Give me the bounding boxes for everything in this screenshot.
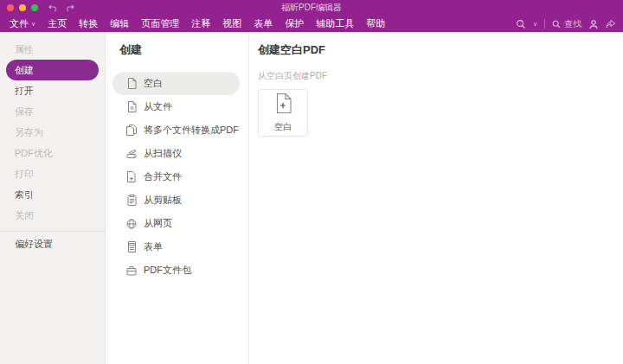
chevron-down-icon: ∨ — [31, 21, 35, 28]
menu-view[interactable]: 视图 — [216, 16, 247, 32]
detail-subtitle: 从空白页创建PDF — [258, 70, 623, 82]
sidebar-item-pdf-optimize: PDF优化 — [0, 143, 105, 163]
file-sidebar: 属性 创建 打开 保存 另存为 PDF优化 打印 索引 关闭 偏好设置 — [0, 32, 106, 364]
create-panel: 创建 空白 从文件 — [106, 32, 249, 364]
web-page-icon — [126, 219, 137, 229]
menu-form[interactable]: 表单 — [247, 16, 279, 32]
form-icon — [126, 241, 137, 252]
create-item-from-file[interactable]: 从文件 — [112, 95, 240, 118]
menu-page-organize[interactable]: 页面管理 — [135, 16, 185, 32]
menu-edit[interactable]: 编辑 — [104, 16, 135, 32]
detail-panel: 创建空白PDF 从空白页创建PDF 空白 — [249, 32, 623, 364]
sidebar-divider — [0, 231, 105, 232]
clipboard-icon — [126, 195, 137, 206]
redo-icon[interactable] — [65, 3, 74, 12]
app-window: 福昕PDF编辑器 文件∨ 主页 转换 编辑 页面管理 注释 视图 表单 保护 辅… — [0, 0, 623, 364]
scanner-icon — [126, 149, 137, 159]
page-plus-icon — [274, 93, 292, 117]
menu-comment[interactable]: 注释 — [185, 16, 216, 32]
create-item-from-clipboard[interactable]: 从剪贴板 — [112, 188, 240, 212]
avatar-icon[interactable] — [588, 19, 599, 29]
share-icon[interactable] — [606, 19, 616, 29]
main-area: 属性 创建 打开 保存 另存为 PDF优化 打印 索引 关闭 偏好设置 创建 空… — [0, 32, 623, 364]
create-list: 空白 从文件 将多个文件转换成PDF — [106, 72, 248, 282]
menubar: 文件∨ 主页 转换 编辑 页面管理 注释 视图 表单 保护 辅助工具 帮助 ∨ … — [0, 16, 623, 32]
sidebar-item-properties: 属性 — [0, 39, 105, 60]
multiple-files-icon — [126, 125, 137, 136]
sidebar-item-print: 打印 — [0, 163, 105, 184]
blank-page-icon — [126, 78, 137, 89]
menu-accessibility[interactable]: 辅助工具 — [310, 16, 360, 32]
zoom-icon[interactable] — [516, 19, 526, 29]
create-item-pdf-portfolio[interactable]: PDF文件包 — [112, 259, 240, 282]
sidebar-item-create[interactable]: 创建 — [6, 60, 99, 80]
blank-card-label: 空白 — [274, 121, 292, 133]
close-window-button[interactable] — [7, 4, 14, 11]
sidebar-item-open[interactable]: 打开 — [0, 80, 105, 101]
menu-protect[interactable]: 保护 — [279, 16, 310, 32]
from-file-icon — [126, 101, 137, 112]
menu-convert[interactable]: 转换 — [73, 16, 104, 32]
sidebar-item-preferences[interactable]: 偏好设置 — [0, 233, 105, 254]
menu-home[interactable]: 主页 — [42, 16, 73, 32]
undo-icon[interactable] — [48, 3, 58, 12]
menubar-divider — [544, 19, 545, 29]
titlebar: 福昕PDF编辑器 — [0, 0, 623, 16]
create-item-from-web-page[interactable]: 从网页 — [112, 212, 240, 235]
combine-files-icon — [126, 171, 137, 182]
sidebar-item-index[interactable]: 索引 — [0, 184, 105, 205]
create-item-combine-files[interactable]: 合并文件 — [112, 165, 240, 188]
sidebar-item-save: 保存 — [0, 101, 105, 122]
detail-title: 创建空白PDF — [258, 42, 623, 58]
create-item-multiple-files[interactable]: 将多个文件转换成PDF — [112, 118, 240, 142]
menu-file[interactable]: 文件∨ — [3, 16, 42, 32]
create-item-blank[interactable]: 空白 — [112, 72, 240, 95]
window-title: 福昕PDF编辑器 — [281, 2, 342, 14]
search-input[interactable]: 查找 — [552, 18, 581, 30]
minimize-window-button[interactable] — [19, 4, 26, 11]
create-item-form[interactable]: 表单 — [112, 235, 240, 259]
sidebar-item-save-as: 另存为 — [0, 122, 105, 143]
panel-title: 创建 — [106, 42, 248, 72]
window-controls — [7, 4, 38, 11]
menu-help[interactable]: 帮助 — [360, 16, 391, 32]
chevron-down-icon[interactable]: ∨ — [533, 21, 537, 28]
sidebar-item-close: 关闭 — [0, 205, 105, 226]
blank-pdf-card[interactable]: 空白 — [258, 89, 308, 137]
maximize-window-button[interactable] — [31, 4, 38, 11]
pdf-portfolio-icon — [126, 265, 137, 276]
search-icon — [552, 20, 561, 29]
create-item-from-scanner[interactable]: 从扫描仪 — [112, 142, 240, 165]
